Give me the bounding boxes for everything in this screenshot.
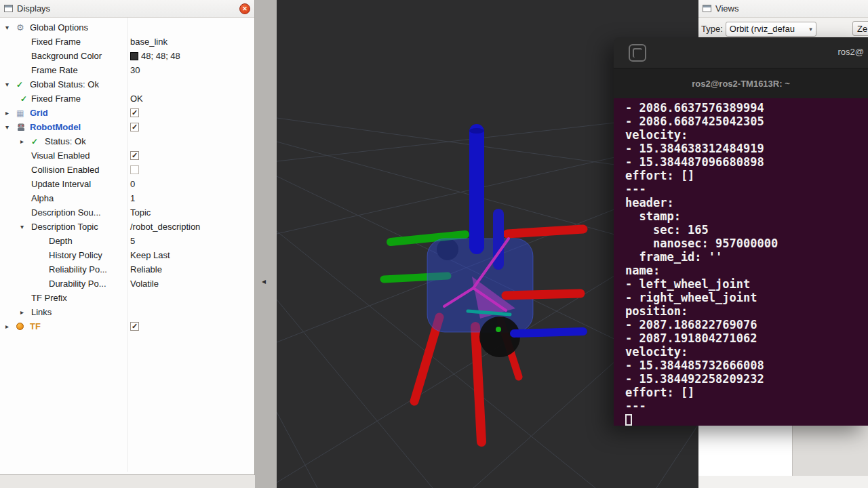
terminal-output[interactable]: - 2086.6637576389994- 2086.6687425042305… <box>614 98 868 426</box>
tree-row[interactable]: Visual Enabled ✓ <box>0 148 254 163</box>
terminal-line: header: <box>625 196 868 209</box>
terminal-tab-label[interactable]: ros2@ <box>838 47 865 57</box>
terminal-line: - 15.384487096680898 <box>625 155 868 169</box>
collapse-panel-icon[interactable]: ◂ <box>262 277 266 286</box>
tree-row[interactable]: TF Prefix <box>0 291 254 305</box>
terminal-title: ros2@ros2-TM1613R: ~ <box>692 79 790 89</box>
views-panel-title: Views <box>715 3 738 14</box>
terminal-line: --- <box>625 182 868 196</box>
tree-row[interactable]: ▾ ✓ Global Status: Ok <box>0 77 254 92</box>
property-label: Durability Po... <box>49 279 106 289</box>
terminal-tabbar[interactable]: ros2@ <box>614 37 868 68</box>
property-label: Visual Enabled <box>31 150 90 161</box>
view-type-value: Orbit (rviz_defau <box>730 24 806 34</box>
property-value[interactable]: ✓ <box>130 108 139 117</box>
enable-checkbox[interactable]: ✓ <box>130 123 139 131</box>
tree-row[interactable]: ▸ ▦ Grid ✓ <box>0 106 254 120</box>
new-tab-icon[interactable] <box>629 44 646 62</box>
property-value[interactable]: 30 <box>130 65 140 75</box>
tree-row[interactable]: ▾ RobotModel ✓ <box>0 120 254 134</box>
enable-checkbox[interactable]: ✓ <box>130 322 139 331</box>
enable-checkbox[interactable]: ✓ <box>130 108 139 117</box>
views-toolbar: Type: Orbit (rviz_defau ▾ Ze <box>698 19 868 39</box>
value-text: 48; 48; 48 <box>141 51 180 61</box>
tree-row[interactable]: Frame Rate 30 <box>0 63 254 77</box>
property-label: Fixed Frame <box>31 37 81 47</box>
view-type-dropdown[interactable]: Orbit (rviz_defau ▾ <box>726 22 816 37</box>
property-value[interactable]: 5 <box>130 236 135 246</box>
displays-panel: Displays ✕ ▾ ⚙ Global Options Fixed Fram… <box>0 0 255 474</box>
tree-row[interactable]: Durability Po... Volatile <box>0 277 254 291</box>
property-value[interactable]: base_link <box>130 37 167 47</box>
expander-icon[interactable]: ▸ <box>5 109 16 117</box>
color-swatch <box>130 52 138 60</box>
terminal-titlebar[interactable]: ros2@ros2-TM1613R: ~ <box>614 68 868 98</box>
expander-icon[interactable]: ▸ <box>20 138 31 145</box>
property-value[interactable] <box>130 165 139 174</box>
value-text: 0 <box>130 179 135 189</box>
terminal-line: - 2087.186822769076 <box>625 318 868 331</box>
terminal-line: --- <box>625 399 868 413</box>
tree-row[interactable]: ▾ ⚙ Global Options <box>0 20 254 35</box>
tree-row[interactable]: ✓ Fixed Frame OK <box>0 92 254 106</box>
views-panel-titlebar[interactable]: Views <box>698 0 868 18</box>
expander-icon[interactable]: ▸ <box>20 308 31 316</box>
value-text: OK <box>130 94 143 104</box>
property-value[interactable]: Keep Last <box>130 250 170 260</box>
terminal-line: stamp: <box>625 209 868 223</box>
property-label: Description Topic <box>31 222 98 232</box>
check-icon[interactable]: ✓ <box>20 94 31 104</box>
grid-icon: ▦ <box>16 108 30 118</box>
close-icon[interactable]: ✕ <box>239 3 250 14</box>
property-label: Global Status: Ok <box>30 79 99 89</box>
value-text: 5 <box>130 236 135 246</box>
panel-splitter[interactable]: ◂ <box>256 0 277 488</box>
tree-row[interactable]: ▾ Description Topic /robot_description <box>0 220 254 234</box>
tree-row[interactable]: Collision Enabled <box>0 163 254 177</box>
value-text: base_link <box>130 37 167 47</box>
property-label: History Policy <box>49 250 102 260</box>
tree-row[interactable]: Alpha 1 <box>0 191 254 205</box>
property-value[interactable]: /robot_description <box>130 222 200 232</box>
tree-row[interactable]: History Policy Keep Last <box>0 248 254 262</box>
expander-icon[interactable]: ▾ <box>20 223 31 230</box>
tree-row[interactable]: ▸ ✓ Status: Ok <box>0 134 254 148</box>
property-value[interactable]: ✓ <box>130 123 139 131</box>
enable-checkbox[interactable] <box>130 165 139 174</box>
property-value[interactable]: ✓ <box>130 322 139 331</box>
view-type-label: Type: <box>701 24 723 34</box>
property-label: Fixed Frame <box>31 94 81 104</box>
tree-row[interactable]: Description Sou... Topic <box>0 205 254 220</box>
property-label: Update Interval <box>31 179 91 189</box>
tree-row[interactable]: Depth 5 <box>0 234 254 248</box>
property-value[interactable]: 1 <box>130 193 135 203</box>
terminal-cursor <box>625 414 632 426</box>
displays-panel-titlebar[interactable]: Displays ✕ <box>0 0 254 18</box>
property-label: Reliability Po... <box>49 264 107 274</box>
displays-tree: ▾ ⚙ Global Options Fixed Frame base_link… <box>0 18 254 472</box>
property-value[interactable]: 0 <box>130 179 135 189</box>
terminal-window[interactable]: ros2@ ros2@ros2-TM1613R: ~ - 2086.663757… <box>614 37 868 426</box>
property-value[interactable]: ✓ <box>130 151 139 160</box>
terminal-line: velocity: <box>625 128 868 142</box>
tree-row[interactable]: ▸ Links <box>0 305 254 319</box>
expander-icon[interactable]: ▾ <box>5 123 16 131</box>
value-text: 30 <box>130 65 140 75</box>
tree-row[interactable]: Update Interval 0 <box>0 177 254 191</box>
tree-row[interactable]: Background Color 48; 48; 48 <box>0 49 254 63</box>
blue-axis-cap <box>469 128 484 134</box>
enable-checkbox[interactable]: ✓ <box>130 151 139 160</box>
zero-button[interactable]: Ze <box>852 21 868 36</box>
property-value[interactable]: Topic <box>130 207 151 218</box>
tree-row[interactable]: Reliability Po... Reliable <box>0 262 254 277</box>
expander-icon[interactable]: ▸ <box>5 323 16 330</box>
property-value[interactable]: 48; 48; 48 <box>130 51 180 61</box>
property-value[interactable]: OK <box>130 94 143 104</box>
expander-icon[interactable]: ▾ <box>5 81 16 88</box>
tree-row[interactable]: Fixed Frame base_link <box>0 35 254 49</box>
expander-icon[interactable]: ▾ <box>5 24 16 31</box>
property-value[interactable]: Reliable <box>130 264 162 274</box>
tree-row[interactable]: ▸ TF ✓ <box>0 319 254 333</box>
terminal-line: effort: [] <box>625 169 868 182</box>
property-value[interactable]: Volatile <box>130 279 159 289</box>
